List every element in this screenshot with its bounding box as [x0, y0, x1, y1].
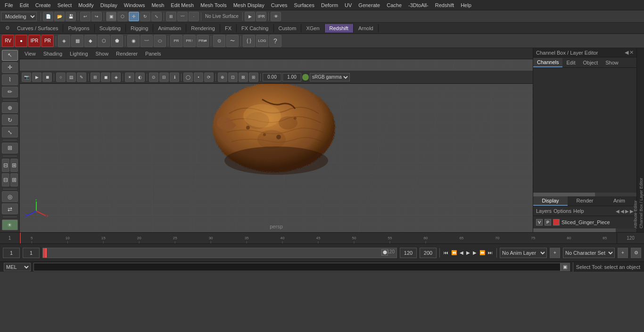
menu-item-file[interactable]: File — [2, 1, 16, 9]
vt-camera-btn[interactable]: 📷 — [22, 73, 31, 82]
layer-color-swatch[interactable] — [553, 219, 560, 226]
preferences-btn[interactable]: ⚙ — [631, 248, 641, 258]
tab-sculpting[interactable]: Sculpting — [95, 24, 126, 32]
menu-item-surfaces[interactable]: Surfaces — [291, 1, 317, 9]
redo-button[interactable]: ↪ — [91, 12, 102, 21]
lasso-tool-btn[interactable]: ⌇ — [2, 74, 18, 85]
anim-layer-select[interactable]: No Anim Layer — [500, 248, 547, 258]
next-frame-btn[interactable]: ▶ — [472, 249, 478, 256]
undo-button[interactable]: ↩ — [80, 12, 91, 21]
vt-hud-btn[interactable]: ℹ — [170, 73, 179, 82]
menu-item-mesh-tools[interactable]: Mesh Tools — [198, 1, 229, 9]
tab-polygons[interactable]: Polygons — [63, 24, 94, 32]
menu-item-mesh-display[interactable]: Mesh Display — [231, 1, 267, 9]
tab-redshift[interactable]: Redshift — [325, 24, 354, 32]
save-scene-button[interactable]: 💾 — [66, 12, 76, 21]
grid-left-btn[interactable]: ⊟ — [2, 159, 9, 172]
ipr-button[interactable]: IPR — [256, 12, 266, 21]
vt-paint-btn[interactable]: ✎ — [77, 73, 86, 82]
tab-xgen[interactable]: XGen — [301, 24, 324, 32]
rs-btn-11[interactable]: 〰 — [140, 35, 153, 47]
menu-item-generate[interactable]: Generate — [355, 1, 383, 9]
rs-btn-5[interactable]: ◈ — [58, 35, 70, 47]
tab-fx-caching[interactable]: FX Caching — [237, 24, 273, 32]
next-key-btn[interactable]: ⏩ — [479, 249, 486, 256]
gamma-value-input[interactable] — [263, 73, 281, 81]
rs-btn-2[interactable]: ● — [15, 35, 27, 47]
rs-btn-6[interactable]: ▦ — [71, 35, 83, 47]
grid-left-btn-2[interactable]: ⊟ — [2, 173, 9, 186]
color-space-icon[interactable] — [302, 74, 309, 81]
vt-circle-btn[interactable]: ◯ — [183, 73, 193, 82]
layer-arrow-left[interactable]: ◀ — [616, 209, 619, 214]
vt-wireframe-btn[interactable]: ⊞ — [91, 73, 100, 82]
vt-arrow-btn[interactable]: ⟳ — [204, 73, 214, 82]
move-tool-button[interactable]: ✛ — [129, 12, 139, 21]
light-btn[interactable]: ☀ — [2, 219, 18, 230]
grid-right-btn-2[interactable]: ⊞ — [10, 173, 18, 186]
script-execute-btn[interactable]: ▣ — [561, 263, 570, 271]
menu-item-mesh[interactable]: Mesh — [149, 1, 167, 9]
shading-menu[interactable]: Shading — [41, 50, 64, 57]
move-left-btn[interactable]: ⊕ — [2, 102, 18, 113]
menu-item-select[interactable]: Select — [55, 1, 75, 9]
rs-log-btn[interactable]: LOG — [256, 35, 268, 47]
tab-custom[interactable]: Custom — [274, 24, 302, 32]
char-set-select[interactable]: No Character Set — [563, 248, 615, 258]
play-btn[interactable]: ▶ — [465, 249, 471, 256]
sym-btn[interactable]: ⇄ — [2, 203, 18, 214]
help-tab[interactable]: Help — [573, 208, 584, 214]
vt-select-mode-btn[interactable]: ○ — [56, 73, 66, 82]
layers-tab[interactable]: Layers — [536, 208, 552, 214]
rs-pr-btn-2[interactable]: PR↑ — [183, 35, 196, 47]
lasso-select-button[interactable]: ⬡ — [117, 12, 128, 21]
render-tab[interactable]: Render — [568, 196, 602, 206]
options-tab[interactable]: Options — [553, 208, 571, 214]
vt-dot-btn[interactable]: • — [194, 73, 203, 82]
layer-arrow-right[interactable]: ▶ — [625, 209, 629, 214]
show-menu[interactable]: Show — [94, 50, 111, 57]
char-set-add-btn[interactable]: + — [618, 248, 628, 258]
channel-box-scrollbar-thumb[interactable] — [533, 193, 595, 196]
rs-code-btn[interactable]: { } — [243, 35, 255, 47]
rs-btn-10[interactable]: ◉ — [127, 35, 140, 47]
snap-curve-button[interactable]: 〰 — [177, 12, 188, 21]
channel-box-scrollbar[interactable] — [533, 193, 636, 196]
range-end-input[interactable] — [400, 248, 417, 258]
menu-item-cache[interactable]: Cache — [384, 1, 405, 9]
menu-item-3dtoall[interactable]: -3DtoAll- — [405, 1, 431, 9]
menu-item-deform[interactable]: Deform — [318, 1, 341, 9]
vt-texture-btn[interactable]: ◈ — [111, 73, 121, 82]
layer-playback-btn[interactable]: P — [545, 219, 551, 226]
vt-camera2-btn[interactable]: ⊙ — [149, 73, 158, 82]
scale-left-btn[interactable]: ⤡ — [2, 127, 18, 138]
vt-play-btn[interactable]: ▶ — [32, 73, 41, 82]
new-scene-button[interactable]: 📄 — [43, 12, 53, 21]
select-tool-button[interactable]: ▣ — [106, 12, 116, 21]
playhead[interactable] — [20, 233, 21, 243]
menu-item-display[interactable]: Display — [98, 1, 120, 9]
paint-tool-btn[interactable]: ✏ — [2, 87, 18, 97]
rs-btn-3[interactable]: IPR — [28, 35, 41, 47]
menu-item-curves[interactable]: Curves — [268, 1, 290, 9]
scale-tool-button[interactable]: ⤡ — [151, 12, 162, 21]
channel-box-close-icon[interactable]: ◀ — [625, 49, 628, 56]
lighting-menu[interactable]: Lighting — [68, 50, 90, 57]
rs-bowl-btn[interactable]: ⊙ — [213, 35, 225, 47]
time-slider[interactable]: 120 ⬤ — [42, 248, 397, 258]
rs-btn-12[interactable]: ⬭ — [154, 35, 166, 47]
rs-help-btn[interactable]: ? — [269, 35, 281, 47]
transform-tool-btn[interactable]: ✛ — [2, 62, 18, 73]
tab-fx[interactable]: FX — [220, 24, 237, 32]
rs-pr-btn-1[interactable]: PR — [170, 35, 182, 47]
object-tab[interactable]: Object — [579, 58, 602, 67]
gamma-scale-input[interactable] — [282, 73, 301, 81]
anim-layer-add-btn[interactable]: + — [550, 248, 560, 258]
range-start-input[interactable] — [3, 248, 20, 258]
open-scene-button[interactable]: 📂 — [54, 12, 65, 21]
playback-end-input[interactable] — [420, 248, 437, 258]
tab-rendering[interactable]: Rendering — [186, 24, 220, 32]
grid-right-btn[interactable]: ⊞ — [10, 159, 18, 172]
vt-lock-btn[interactable]: ⊠ — [239, 73, 248, 82]
prev-key-btn[interactable]: ⏪ — [450, 249, 458, 256]
